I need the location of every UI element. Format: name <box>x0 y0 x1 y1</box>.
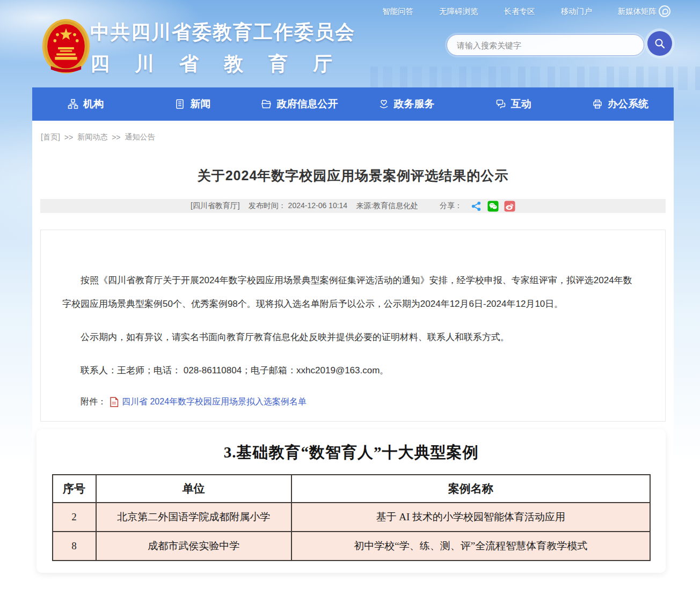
table-header-no: 序号 <box>53 475 96 503</box>
nav-item-news[interactable]: 新闻 <box>139 87 246 121</box>
table-header-case: 案例名称 <box>291 475 650 503</box>
nav-item-services[interactable]: 政务服务 <box>353 87 460 121</box>
site-header: 中共四川省委教育工作委员会 四川省教育厅 <box>32 15 674 87</box>
nav-item-label: 政府信息公开 <box>276 97 338 111</box>
meta-source-tag: [四川省教育厅] <box>191 201 240 211</box>
page-background: 智能问答 无障碍浏览 长者专区 移动门户 新媒体矩阵 中共四川省委教育工作委员会 <box>0 0 700 597</box>
site-titles: 中共四川省委教育工作委员会 四川省教育厅 <box>90 19 358 77</box>
primary-nav: 机构 新闻 政府信息公开 <box>32 87 674 121</box>
breadcrumb: [首页] >> 新闻动态 >> 通知公告 <box>41 132 155 142</box>
breadcrumb-separator: >> <box>112 133 120 142</box>
article-body: 按照《四川省教育厅关于开展2024年数字校园应用场景典型案例征集评选活动的通知》… <box>40 230 666 422</box>
article-paragraph: 按照《四川省教育厅关于开展2024年数字校园应用场景典型案例征集评选活动的通知》… <box>62 269 639 316</box>
weibo-icon[interactable] <box>504 201 515 212</box>
meta-origin: 来源:教育信息化处 <box>356 201 418 211</box>
nav-item-interact[interactable]: 互动 <box>460 87 567 121</box>
table-row: 8 成都市武侯实验中学 初中学校“学、练、测、评”全流程智慧体育教学模式 <box>53 532 650 561</box>
office-system-icon <box>592 99 603 109</box>
article-paragraph: 联系人：王老师；电话： 028-86110804；电子邮箱：xxhc2019@1… <box>62 359 639 382</box>
share-icons <box>471 201 515 212</box>
meta-share-label: 分享： <box>440 201 462 211</box>
meta-publish-label: 发布时间： <box>249 201 286 210</box>
article-paragraph: 公示期内，如有异议，请实名书面向教育厅教育信息化处反映并提供必要的证明材料、联系… <box>62 326 639 349</box>
breadcrumb-notice[interactable]: 通知公告 <box>125 132 155 142</box>
nav-item-label: 互动 <box>511 97 531 111</box>
nav-item-org[interactable]: 机构 <box>32 87 139 121</box>
cell-case: 基于 AI 技术的小学校园智能体育活动应用 <box>291 503 650 532</box>
nav-item-label: 机构 <box>83 97 104 111</box>
search-icon <box>654 38 666 49</box>
org-title: 中共四川省委教育工作委员会 <box>90 19 358 46</box>
service-heart-icon <box>378 99 389 109</box>
nav-item-gov-info[interactable]: 政府信息公开 <box>246 87 353 121</box>
nav-item-label: 政务服务 <box>394 97 435 111</box>
news-icon <box>174 99 185 109</box>
breadcrumb-home[interactable]: [首页] <box>41 132 60 142</box>
meta-publish: 发布时间： 2024-12-06 10:14 <box>249 201 347 211</box>
table-header-row: 序号 单位 案例名称 <box>53 475 650 503</box>
share-nodes-icon[interactable] <box>471 201 482 212</box>
nav-item-label: 新闻 <box>190 97 210 111</box>
attachment-link[interactable]: 四川省 2024年数字校园应用场景拟入选案例名单 <box>122 396 307 408</box>
chat-icon <box>495 99 506 109</box>
nav-item-label: 办公系统 <box>608 97 648 111</box>
case-section-title: 3.基础教育“数智育人”十大典型案例 <box>37 442 666 463</box>
table-row: 2 北京第二外国语学院成都附属小学 基于 AI 技术的小学校园智能体育活动应用 <box>53 503 650 532</box>
org-chart-icon <box>68 99 78 109</box>
breadcrumb-separator: >> <box>64 133 73 142</box>
attachment-line: 附件： 四川省 2024年数字校园应用场景拟入选案例名单 <box>81 396 639 408</box>
article-meta-bar: [四川省教育厅] 发布时间： 2024-12-06 10:14 来源:教育信息化… <box>40 199 666 213</box>
case-list-card: 3.基础教育“数智育人”十大典型案例 序号 单位 案例名称 2 北京第二外国语学… <box>37 429 666 573</box>
pdf-icon <box>110 397 119 407</box>
meta-publish-time: 2024-12-06 10:14 <box>288 201 348 210</box>
main-content: [首页] >> 新闻动态 >> 通知公告 关于2024年数字校园应用场景案例评选… <box>32 121 674 597</box>
national-emblem-icon <box>41 17 91 79</box>
cell-no: 2 <box>53 503 96 532</box>
case-table: 序号 单位 案例名称 2 北京第二外国语学院成都附属小学 基于 AI 技术的小学… <box>52 474 651 561</box>
wechat-icon[interactable] <box>487 201 499 212</box>
breadcrumb-news[interactable]: 新闻动态 <box>77 132 107 142</box>
city-skyline-decoration <box>370 67 700 90</box>
attachment-label: 附件： <box>81 396 106 408</box>
cell-unit: 北京第二外国语学院成都附属小学 <box>96 503 291 532</box>
search-button[interactable] <box>647 31 672 56</box>
search-input[interactable] <box>447 34 644 56</box>
table-header-unit: 单位 <box>96 475 291 503</box>
gov-info-icon <box>261 99 272 109</box>
article-title: 关于2024年数字校园应用场景案例评选结果的公示 <box>32 167 674 185</box>
cell-no: 8 <box>53 532 96 561</box>
dept-title: 四川省教育厅 <box>90 51 358 77</box>
cell-unit: 成都市武侯实验中学 <box>96 532 291 561</box>
nav-item-office[interactable]: 办公系统 <box>567 87 674 121</box>
cell-case: 初中学校“学、练、测、评”全流程智慧体育教学模式 <box>291 532 650 561</box>
